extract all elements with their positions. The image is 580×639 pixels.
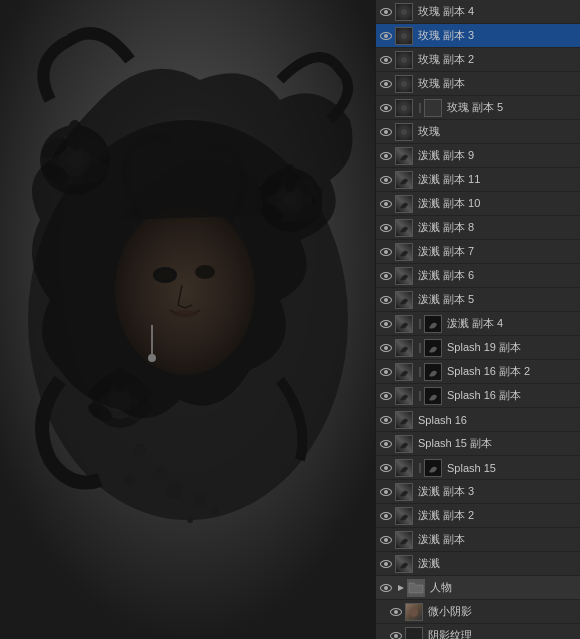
visibility-toggle[interactable] [378, 364, 394, 380]
layer-thumbnail [395, 555, 413, 573]
visibility-toggle[interactable] [378, 244, 394, 260]
visibility-toggle[interactable] [378, 4, 394, 20]
visibility-toggle[interactable] [378, 220, 394, 236]
svg-point-36 [125, 475, 135, 485]
visibility-toggle[interactable] [378, 292, 394, 308]
layer-thumbnail [395, 291, 413, 309]
svg-point-33 [134, 444, 146, 456]
layer-name-label: 玫瑰 [416, 124, 578, 139]
layer-row[interactable]: 玫瑰 副本 2 [376, 48, 580, 72]
layer-row[interactable]: 泼溅 副本 10 [376, 192, 580, 216]
mask-thumbnail [424, 315, 442, 333]
layer-row[interactable]: Splash 15 副本 [376, 432, 580, 456]
layer-row[interactable]: 玫瑰 副本 4 [376, 0, 580, 24]
visibility-toggle[interactable] [378, 412, 394, 428]
layer-row[interactable]: 泼溅 副本 11 [376, 168, 580, 192]
layer-row[interactable]: 泼溅 副本 6 [376, 264, 580, 288]
visibility-toggle[interactable] [378, 124, 394, 140]
mask-thumbnail [424, 459, 442, 477]
layer-row[interactable]: 微小阴影 [376, 600, 580, 624]
svg-point-35 [167, 482, 183, 498]
mask-thumbnail [424, 363, 442, 381]
layer-row[interactable]: 玫瑰 [376, 120, 580, 144]
layer-row[interactable]: 泼溅 副本 2 [376, 504, 580, 528]
svg-point-45 [401, 33, 407, 39]
layer-name-label: 玫瑰 副本 3 [416, 28, 578, 43]
visibility-toggle[interactable] [378, 508, 394, 524]
canvas-svg [0, 0, 375, 639]
mask-thumbnail [424, 387, 442, 405]
layer-thumbnail [405, 603, 423, 621]
layer-row[interactable]: Splash 16 副本 [376, 384, 580, 408]
layer-name-label: 泼溅 副本 10 [416, 196, 578, 211]
visibility-toggle[interactable] [378, 52, 394, 68]
visibility-toggle[interactable] [378, 436, 394, 452]
layer-thumbnail [395, 315, 413, 333]
layer-thumbnail [395, 219, 413, 237]
layer-row[interactable]: 玫瑰 副本 3 [376, 24, 580, 48]
canvas-area [0, 0, 375, 639]
visibility-toggle[interactable] [378, 484, 394, 500]
layer-name-label: 泼溅 副本 2 [416, 508, 578, 523]
layer-row[interactable]: 玫瑰 副本 5 [376, 96, 580, 120]
mask-thumbnail [424, 99, 442, 117]
layer-thumbnail [395, 99, 413, 117]
svg-point-39 [187, 517, 193, 523]
layer-row[interactable]: Splash 15 [376, 456, 580, 480]
layer-row[interactable]: 泼溅 副本 8 [376, 216, 580, 240]
visibility-toggle[interactable] [378, 316, 394, 332]
layer-row[interactable]: 阴影纹理 [376, 624, 580, 639]
layer-row[interactable]: Splash 19 副本 [376, 336, 580, 360]
layer-row[interactable]: 玫瑰 副本 [376, 72, 580, 96]
layer-name-label: 泼溅 副本 [416, 532, 578, 547]
visibility-toggle[interactable] [378, 388, 394, 404]
visibility-toggle[interactable] [378, 268, 394, 284]
svg-point-38 [211, 506, 219, 514]
layer-thumbnail [395, 123, 413, 141]
layer-name-label: Splash 15 副本 [416, 436, 578, 451]
layer-row[interactable]: 泼溅 副本 9 [376, 144, 580, 168]
visibility-toggle[interactable] [388, 628, 404, 640]
layer-name-label: 泼溅 副本 4 [445, 316, 578, 331]
layer-thumbnail [395, 75, 413, 93]
layers-panel: 玫瑰 副本 4玫瑰 副本 3玫瑰 副本 2玫瑰 副本玫瑰 副本 5玫瑰泼溅 副本… [375, 0, 580, 639]
layer-thumbnail [395, 243, 413, 261]
visibility-toggle[interactable] [378, 580, 394, 596]
visibility-toggle[interactable] [388, 604, 404, 620]
visibility-toggle[interactable] [378, 556, 394, 572]
layer-row[interactable]: 泼溅 [376, 552, 580, 576]
visibility-toggle[interactable] [378, 532, 394, 548]
visibility-toggle[interactable] [378, 76, 394, 92]
svg-point-41 [148, 354, 156, 362]
layer-thumbnail [395, 27, 413, 45]
layer-row[interactable]: 泼溅 副本 5 [376, 288, 580, 312]
layer-row[interactable]: 泼溅 副本 [376, 528, 580, 552]
layer-name-label: Splash 19 副本 [445, 340, 578, 355]
layer-thumbnail [395, 51, 413, 69]
visibility-toggle[interactable] [378, 340, 394, 356]
layer-name-label: 微小阴影 [426, 604, 578, 619]
layer-row[interactable]: 泼溅 副本 3 [376, 480, 580, 504]
layer-row[interactable]: 人物 [376, 576, 580, 600]
visibility-toggle[interactable] [378, 100, 394, 116]
visibility-toggle[interactable] [378, 172, 394, 188]
visibility-toggle[interactable] [378, 148, 394, 164]
layer-thumbnail [395, 3, 413, 21]
canvas-image [0, 0, 375, 639]
layer-row[interactable]: 泼溅 副本 7 [376, 240, 580, 264]
layer-name-label: 泼溅 副本 8 [416, 220, 578, 235]
link-icon [416, 459, 424, 477]
layer-name-label: 玫瑰 副本 4 [416, 4, 578, 19]
svg-point-49 [401, 81, 407, 87]
group-thumbnail [407, 579, 425, 597]
layer-row[interactable]: Splash 16 [376, 408, 580, 432]
layer-row[interactable]: 泼溅 副本 4 [376, 312, 580, 336]
visibility-toggle[interactable] [378, 460, 394, 476]
layer-row[interactable]: Splash 16 副本 2 [376, 360, 580, 384]
visibility-toggle[interactable] [378, 196, 394, 212]
link-icon [416, 315, 424, 333]
group-collapse-icon[interactable] [395, 582, 407, 594]
layer-name-label: 泼溅 副本 7 [416, 244, 578, 259]
visibility-toggle[interactable] [378, 28, 394, 44]
svg-point-47 [401, 57, 407, 63]
